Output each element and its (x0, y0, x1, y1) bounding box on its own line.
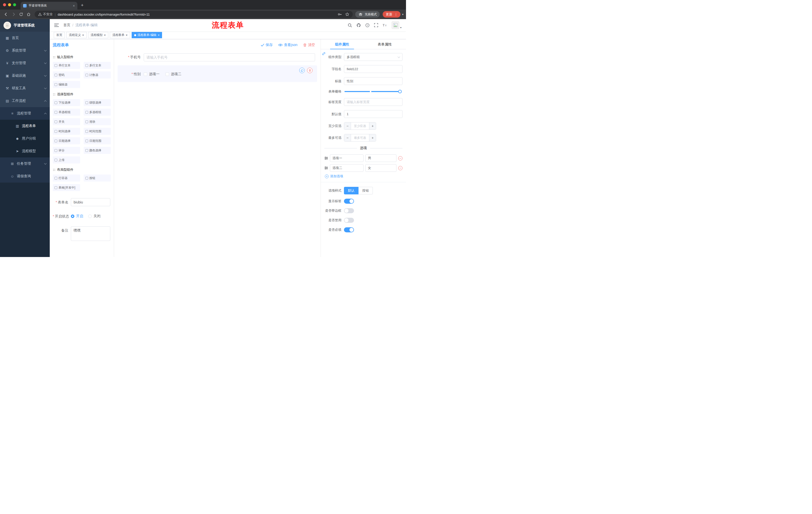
phone-input[interactable] (144, 53, 315, 61)
user-menu[interactable]: ▾ (392, 21, 402, 29)
sidebar-item-infrastructure[interactable]: ▣ 基础设施 (0, 70, 50, 82)
palette-item-checkbox-group[interactable]: 多选框组 (84, 109, 111, 116)
palette-item-password[interactable]: 密码 (53, 72, 80, 78)
tag-close-icon[interactable]: × (82, 33, 84, 37)
search-icon[interactable] (348, 23, 352, 27)
form-field-gender[interactable]: 性别 选项一 选项二 (118, 65, 317, 82)
default-value-input[interactable] (344, 110, 403, 118)
form-name-input[interactable] (71, 198, 110, 206)
tag-close-icon[interactable]: × (104, 33, 106, 37)
remove-option-icon[interactable]: − (398, 156, 403, 160)
tab-form-props[interactable]: 表单属性 (364, 39, 406, 49)
palette-item-color-picker[interactable]: 颜色选择 (84, 147, 111, 154)
hamburger-icon[interactable] (54, 23, 59, 27)
new-tab-button[interactable]: + (81, 3, 84, 8)
option-name-input[interactable] (330, 154, 364, 162)
sidebar-item-payment-management[interactable]: ¥ 支付管理 (0, 57, 50, 70)
palette-item-button[interactable]: 按钮 (84, 174, 111, 182)
password-key-icon[interactable] (338, 12, 342, 16)
gender-option-1[interactable]: 选项一 (144, 72, 160, 77)
palette-item-time-range[interactable]: 时间范围 (84, 128, 111, 135)
palette-item-slider[interactable]: 滑块 (84, 118, 111, 125)
reload-icon[interactable] (18, 11, 25, 18)
option-value-input[interactable] (365, 154, 397, 162)
drag-handle-icon[interactable] (324, 157, 328, 160)
minus-icon[interactable]: − (344, 123, 351, 130)
sidebar-item-home[interactable]: ▦ 首页 (0, 32, 50, 44)
sidebar-item-leave-query[interactable]: ☺ 请假查询 (0, 170, 50, 183)
tag-home[interactable]: 首页 (54, 32, 65, 38)
copy-field-button[interactable] (299, 67, 305, 73)
label-width-input[interactable] (344, 98, 403, 106)
tag-process-form[interactable]: 流程表单 × (110, 32, 130, 38)
palette-item-multi-line-text[interactable]: 多行文本 (84, 62, 111, 69)
font-size-icon[interactable]: TT (383, 23, 387, 27)
plus-icon[interactable]: + (369, 123, 376, 130)
update-button[interactable]: 更新 ⋮ (383, 11, 401, 18)
checkbox-icon[interactable] (166, 73, 169, 76)
sidebar-item-user-groups[interactable]: ☻ 用户分组 (0, 132, 50, 145)
bordered-toggle[interactable] (344, 208, 354, 213)
max-select-input[interactable] (351, 134, 369, 141)
github-icon[interactable] (356, 23, 361, 27)
palette-item-cascader[interactable]: 级联选择 (84, 99, 111, 106)
palette-item-date-picker[interactable]: 日期选择 (53, 137, 80, 144)
sidebar-item-dev-tools[interactable]: ⚒ 研发工具 (0, 82, 50, 94)
radio-on[interactable]: 开启 (71, 214, 83, 218)
palette-item-rate[interactable]: 评分 (53, 147, 80, 154)
sidebar-item-process-model[interactable]: ➤ 流程模型 (0, 145, 50, 157)
remove-option-icon[interactable]: − (398, 166, 403, 170)
palette-item-time-picker[interactable]: 时间选择 (53, 128, 80, 135)
bookmark-star-icon[interactable] (345, 12, 349, 16)
form-remark-textarea[interactable]: 嘿嘿 (71, 226, 110, 241)
browser-menu-icon[interactable]: ⋮ (394, 12, 398, 16)
drag-handle-icon[interactable] (324, 166, 328, 169)
sidebar-item-process-management[interactable]: ≡ 流程管理 (0, 107, 50, 120)
save-button[interactable]: 保存 (261, 43, 272, 47)
tag-process-definition[interactable]: 流程定义 × (66, 32, 87, 38)
back-icon[interactable] (2, 11, 9, 18)
checkbox-icon[interactable] (144, 73, 147, 76)
address-bar[interactable]: 不安全 | dashboard.yudao.iocoder.cn/bpm/man… (35, 11, 353, 18)
browser-tab[interactable]: 芋道管理系统 × (21, 2, 77, 9)
tag-process-model[interactable]: 流程模型 × (88, 32, 109, 38)
sidebar-item-workflow[interactable]: ▤ 工作流程 (0, 94, 50, 107)
style-default-button[interactable]: 默认 (344, 187, 358, 194)
window-close-button[interactable] (3, 3, 6, 6)
view-json-button[interactable]: 查看json (278, 43, 297, 47)
palette-item-select[interactable]: 下拉选择 (53, 99, 80, 106)
palette-item-row-container[interactable]: 行容器 (53, 174, 80, 182)
sidebar-item-process-form[interactable]: ▥ 流程表单 (0, 120, 50, 132)
clear-button[interactable]: 清空 (303, 43, 315, 47)
tag-close-icon[interactable]: × (158, 33, 160, 37)
palette-item-radio-group[interactable]: 单选框组 (53, 109, 80, 116)
grid-slider[interactable] (344, 91, 400, 92)
radio-off[interactable]: 关闭 (88, 214, 100, 218)
slider-handle[interactable] (398, 90, 402, 93)
required-toggle[interactable] (344, 227, 354, 232)
component-type-select[interactable]: 多选框组 (344, 53, 403, 61)
palette-item-counter[interactable]: 计数器 (84, 72, 111, 78)
show-label-toggle[interactable] (344, 199, 354, 204)
tab-close-icon[interactable]: × (73, 4, 75, 8)
palette-item-switch[interactable]: 开关 (53, 118, 80, 125)
gender-option-2[interactable]: 选项二 (166, 72, 181, 77)
plus-icon[interactable]: + (369, 134, 376, 141)
delete-field-button[interactable] (307, 67, 313, 73)
field-name-input[interactable] (344, 65, 403, 73)
palette-item-upload[interactable]: 上传 (53, 156, 80, 163)
palette-item-date-range[interactable]: 日期范围 (84, 137, 111, 144)
min-select-input[interactable] (351, 123, 369, 130)
avatar[interactable] (392, 21, 399, 29)
fullscreen-icon[interactable] (374, 23, 378, 27)
option-value-input[interactable] (365, 164, 397, 172)
form-field-phone[interactable]: 手机号 (118, 51, 317, 64)
window-minimize-button[interactable] (8, 3, 11, 6)
help-icon[interactable]: ? (365, 23, 370, 27)
tab-component-props[interactable]: 组件属性 (321, 39, 364, 49)
security-chip[interactable]: 不安全 (38, 12, 53, 17)
palette-item-table[interactable]: 表格[开发中] (53, 184, 80, 191)
palette-item-editor[interactable]: 编辑器 (53, 81, 80, 88)
sidebar-item-task-management[interactable]: ⊞ 任务管理 (0, 157, 50, 170)
style-button-button[interactable]: 按钮 (358, 187, 373, 194)
